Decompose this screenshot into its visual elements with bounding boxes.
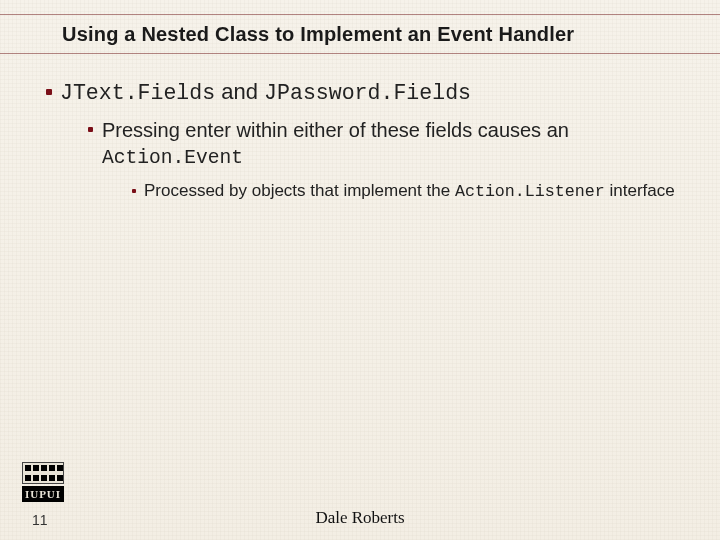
slide: Using a Nested Class to Implement an Eve… bbox=[0, 0, 720, 540]
code-jtextfields: JText.Fields bbox=[60, 81, 215, 105]
title-band: Using a Nested Class to Implement an Eve… bbox=[0, 14, 720, 54]
code-jpasswordfields: JPassword.Fields bbox=[264, 81, 471, 105]
bullet-level-2: Pressing enter within either of these fi… bbox=[88, 117, 696, 172]
text-and: and bbox=[215, 79, 264, 104]
footer-author: Dale Roberts bbox=[0, 508, 720, 528]
code-actionevent: Action.Event bbox=[102, 147, 243, 169]
logo-windows-icon bbox=[22, 462, 64, 484]
text-processed-by: Processed by objects that implement the bbox=[144, 181, 455, 200]
logo-text: IUPUI bbox=[22, 486, 64, 502]
bullet-level-3: Processed by objects that implement the … bbox=[132, 180, 696, 203]
bullet-level-1: JText.Fields and JPassword.Fields bbox=[46, 78, 696, 107]
text-pressing-enter: Pressing enter within either of these fi… bbox=[102, 119, 569, 141]
slide-body: JText.Fields and JPassword.Fields Pressi… bbox=[46, 78, 696, 203]
slide-title: Using a Nested Class to Implement an Eve… bbox=[62, 23, 574, 46]
code-actionlistener: Action.Listener bbox=[455, 182, 605, 201]
text-interface: interface bbox=[605, 181, 675, 200]
iupui-logo: IUPUI bbox=[22, 462, 64, 504]
